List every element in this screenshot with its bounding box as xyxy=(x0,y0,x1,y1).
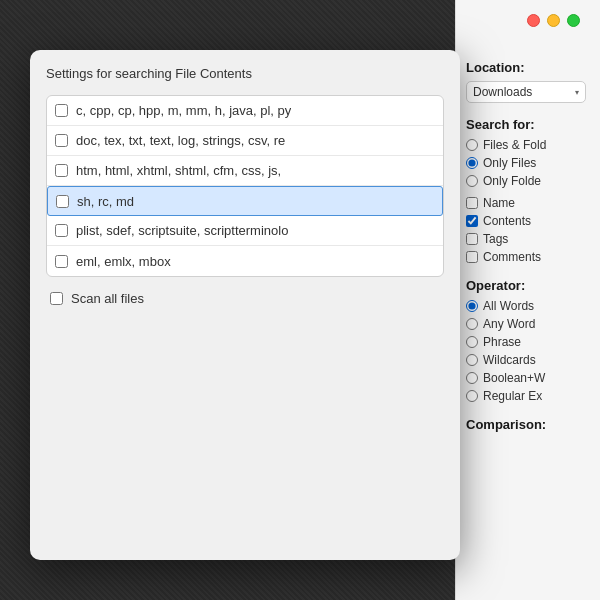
search-for-radio-row-only-files: Only Files xyxy=(466,156,590,170)
file-row-text: sh, rc, md xyxy=(77,194,134,209)
scan-all-label: Scan all files xyxy=(71,291,144,306)
file-row[interactable]: htm, html, xhtml, shtml, cfm, css, js, xyxy=(47,156,443,186)
file-row-checkbox[interactable] xyxy=(56,195,69,208)
file-type-list: c, cpp, cp, hpp, m, mm, h, java, pl, pyd… xyxy=(46,95,444,277)
radio-op-label-all-words: All Words xyxy=(483,299,534,313)
file-row-text: c, cpp, cp, hpp, m, mm, h, java, pl, py xyxy=(76,103,291,118)
radio-op-label-phrase: Phrase xyxy=(483,335,521,349)
search-for-check-row-comments: Comments xyxy=(466,250,590,264)
operator-radio-row-any-word: Any Word xyxy=(466,317,590,331)
radio-label-only-files: Only Files xyxy=(483,156,536,170)
file-row[interactable]: plist, sdef, scriptsuite, scriptterminol… xyxy=(47,216,443,246)
radio-only-folders[interactable] xyxy=(466,175,478,187)
radio-op-wildcards[interactable] xyxy=(466,354,478,366)
check-label-comments: Comments xyxy=(483,250,541,264)
scan-all-row: Scan all files xyxy=(46,291,444,306)
radio-label-only-folders: Only Folde xyxy=(483,174,541,188)
checkbox-name[interactable] xyxy=(466,197,478,209)
operator-radio-group: All WordsAny WordPhraseWildcardsBoolean+… xyxy=(466,299,590,403)
window-title: Settings for searching File Contents xyxy=(46,66,444,81)
location-dropdown[interactable]: Downloads ▾ xyxy=(466,81,586,103)
operator-radio-row-all-words: All Words xyxy=(466,299,590,313)
location-label: Location: xyxy=(466,60,590,75)
operator-radio-row-wildcards: Wildcards xyxy=(466,353,590,367)
file-row-text: htm, html, xhtml, shtml, cfm, css, js, xyxy=(76,163,281,178)
radio-op-regular-ex[interactable] xyxy=(466,390,478,402)
search-for-label: Search for: xyxy=(466,117,590,132)
radio-label-files-folders: Files & Fold xyxy=(483,138,546,152)
file-row[interactable]: sh, rc, md xyxy=(47,186,443,216)
operator-radio-row-boolean: Boolean+W xyxy=(466,371,590,385)
operator-label: Operator: xyxy=(466,278,590,293)
file-row-checkbox[interactable] xyxy=(55,104,68,117)
file-row[interactable]: doc, tex, txt, text, log, strings, csv, … xyxy=(47,126,443,156)
radio-op-all-words[interactable] xyxy=(466,300,478,312)
file-row-checkbox[interactable] xyxy=(55,224,68,237)
radio-only-files[interactable] xyxy=(466,157,478,169)
right-panel: Location: Downloads ▾ Search for: Files … xyxy=(455,0,600,600)
operator-radio-row-phrase: Phrase xyxy=(466,335,590,349)
radio-op-phrase[interactable] xyxy=(466,336,478,348)
radio-op-label-regular-ex: Regular Ex xyxy=(483,389,542,403)
file-row-text: eml, emlx, mbox xyxy=(76,254,171,269)
search-for-check-row-contents: Contents xyxy=(466,214,590,228)
checkbox-comments[interactable] xyxy=(466,251,478,263)
search-for-radio-group: Files & FoldOnly FilesOnly Folde xyxy=(466,138,590,188)
checkbox-tags[interactable] xyxy=(466,233,478,245)
radio-op-label-wildcards: Wildcards xyxy=(483,353,536,367)
comparison-label: Comparison: xyxy=(466,417,590,432)
checkbox-contents[interactable] xyxy=(466,215,478,227)
file-row[interactable]: c, cpp, cp, hpp, m, mm, h, java, pl, py xyxy=(47,96,443,126)
search-for-check-group: NameContentsTagsComments xyxy=(466,196,590,264)
operator-radio-row-regular-ex: Regular Ex xyxy=(466,389,590,403)
search-for-check-row-tags: Tags xyxy=(466,232,590,246)
radio-op-label-any-word: Any Word xyxy=(483,317,535,331)
scan-all-checkbox[interactable] xyxy=(50,292,63,305)
search-for-check-row-name: Name xyxy=(466,196,590,210)
radio-op-label-boolean: Boolean+W xyxy=(483,371,545,385)
file-row-checkbox[interactable] xyxy=(55,134,68,147)
check-label-tags: Tags xyxy=(483,232,508,246)
search-for-radio-row-only-folders: Only Folde xyxy=(466,174,590,188)
check-label-contents: Contents xyxy=(483,214,531,228)
file-row-checkbox[interactable] xyxy=(55,164,68,177)
file-row-checkbox[interactable] xyxy=(55,255,68,268)
traffic-lights xyxy=(527,14,580,27)
chevron-down-icon: ▾ xyxy=(575,88,579,97)
maximize-button[interactable] xyxy=(567,14,580,27)
file-row-text: plist, sdef, scriptsuite, scriptterminol… xyxy=(76,223,288,238)
file-row-text: doc, tex, txt, text, log, strings, csv, … xyxy=(76,133,285,148)
radio-op-any-word[interactable] xyxy=(466,318,478,330)
file-row[interactable]: eml, emlx, mbox xyxy=(47,246,443,276)
close-button[interactable] xyxy=(527,14,540,27)
search-for-radio-row-files-folders: Files & Fold xyxy=(466,138,590,152)
radio-files-folders[interactable] xyxy=(466,139,478,151)
check-label-name: Name xyxy=(483,196,515,210)
radio-op-boolean[interactable] xyxy=(466,372,478,384)
location-value: Downloads xyxy=(473,85,532,99)
minimize-button[interactable] xyxy=(547,14,560,27)
settings-window: Settings for searching File Contents c, … xyxy=(30,50,460,560)
